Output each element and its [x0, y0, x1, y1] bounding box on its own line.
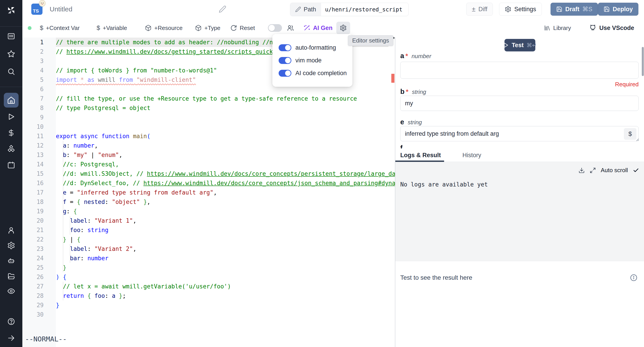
app-switcher-icon[interactable]	[5, 30, 17, 42]
wand-sparkles-icon	[303, 24, 310, 32]
test-panel: Test ⌘↵ a* number Required b* string e s…	[395, 37, 644, 347]
field-input-a[interactable]	[400, 62, 639, 79]
rotate-icon	[230, 24, 237, 31]
code-line[interactable]: a: number,	[56, 141, 388, 150]
code-line[interactable]	[56, 113, 388, 122]
sidebar-item-resources[interactable]	[5, 143, 17, 155]
edit-summary-pencil-icon[interactable]	[219, 5, 226, 13]
dollar-icon: $	[96, 24, 100, 32]
info-icon[interactable]	[630, 274, 638, 282]
expand-icon[interactable]	[590, 167, 596, 174]
library-icon	[544, 24, 550, 31]
sidebar-item-runs[interactable]	[5, 111, 17, 122]
code-line[interactable]: g: {	[56, 206, 388, 216]
windmill-logo-icon[interactable]	[6, 5, 16, 16]
path-label-segment: Path	[290, 3, 321, 16]
play-icon	[503, 42, 509, 48]
field-input-b[interactable]	[400, 96, 639, 111]
settings-button[interactable]: Settings	[499, 3, 542, 16]
use-vscode-button[interactable]: Use VScode	[589, 19, 634, 37]
code-line[interactable]: ) {	[56, 272, 388, 282]
sidebar-item-folders[interactable]	[5, 270, 17, 282]
sidebar-item-home[interactable]	[4, 93, 18, 108]
field-input-e[interactable]	[400, 126, 639, 141]
windmill-script-editor: TS Untitled Path u/henri/restored_script…	[0, 0, 644, 347]
code-line[interactable]: label: "Variant 1",	[56, 216, 388, 225]
resize-handle-icon[interactable]	[635, 137, 639, 141]
no-logs-message: No logs are available yet	[400, 181, 488, 188]
add-variable-button[interactable]: $+Variable	[96, 19, 127, 37]
test-button[interactable]: Test ⌘↵	[504, 39, 535, 52]
result-panel: Test to see the result here	[395, 261, 644, 347]
auto-scroll-label[interactable]: Auto scroll	[601, 167, 628, 174]
add-context-var-button[interactable]: $+Context Var	[40, 19, 80, 37]
setting-ai-code-completion: AI code completion	[278, 70, 352, 77]
sidebar-item-variables[interactable]	[5, 127, 17, 138]
sidebar-item-schedules[interactable]	[5, 159, 17, 171]
reset-button[interactable]: Reset	[230, 19, 255, 37]
top-bar: TS Untitled Path u/henri/restored_script…	[22, 0, 644, 19]
status-dot	[28, 26, 32, 30]
field-label-b: b* string	[400, 88, 426, 96]
add-resource-button[interactable]: +Resource	[145, 19, 182, 37]
sidebar-item-settings[interactable]	[5, 240, 17, 251]
collapse-arrow-icon[interactable]	[5, 332, 17, 344]
search-icon[interactable]	[5, 66, 17, 77]
result-placeholder: Test to see the result here	[400, 274, 472, 281]
code-line[interactable]: //d: DynSelect_foo, // https://www.windm…	[56, 178, 388, 188]
favorites-star-icon[interactable]	[5, 48, 17, 60]
add-type-button[interactable]: +Type	[195, 19, 220, 37]
code-line[interactable]: // let x = await wmill.getVariable('u/us…	[56, 282, 388, 291]
logs-result-tabs: Logs & Result History	[395, 148, 644, 162]
code-line[interactable]: export async function main(	[56, 132, 388, 141]
download-icon[interactable]	[578, 167, 585, 174]
setting-auto-formatting: auto-formatting	[278, 44, 352, 51]
vscode-cat-icon	[589, 24, 596, 32]
code-line[interactable]: foo: string	[56, 225, 388, 235]
toggle-on-switch[interactable]	[278, 44, 291, 51]
insert-variable-dollar-button[interactable]: $	[624, 128, 636, 140]
code-line[interactable]: bar: number	[56, 254, 388, 263]
check-icon[interactable]	[633, 167, 639, 174]
indent-guide	[70, 244, 70, 263]
rail-divider	[0, 87, 22, 87]
toggle-on-switch[interactable]	[278, 57, 291, 64]
code-line[interactable]: b: "my" | "enum",	[56, 150, 388, 160]
test-shortcut: ⌘↵	[526, 42, 537, 48]
path-value: u/henri/restored_script	[321, 3, 408, 16]
gear-icon	[505, 6, 512, 12]
toggle-on-switch[interactable]	[278, 70, 291, 77]
code-line[interactable]: f = { nested: "object" },	[56, 197, 388, 206]
library-button[interactable]: Library	[544, 19, 571, 37]
code-line[interactable]: // type Postgresql = object	[56, 103, 388, 113]
code-line[interactable]: e = "inferred type string from default a…	[56, 188, 388, 197]
editor-settings-gear-button[interactable]	[336, 22, 350, 34]
sidebar-item-users[interactable]	[5, 224, 17, 236]
sidebar-item-audit-eye[interactable]	[5, 285, 17, 297]
sidebar-item-workers-robot[interactable]	[5, 255, 17, 266]
draft-button[interactable]: Draft ⌘S	[550, 3, 598, 16]
code-line[interactable]: // fill the type, or use the +Resource t…	[56, 94, 388, 103]
diff-button[interactable]: ± Diff	[466, 3, 493, 16]
panel-scrollbar-thumb[interactable]	[642, 47, 644, 76]
logs-controls: Auto scroll	[578, 167, 639, 174]
code-line[interactable]: label: "Variant 2",	[56, 244, 388, 254]
help-icon[interactable]	[5, 316, 17, 327]
code-line[interactable]: //c: Postgresql,	[56, 160, 388, 169]
code-line[interactable]	[56, 310, 388, 319]
editor-settings-popup: auto-formatting vim mode AI code complet…	[272, 34, 352, 87]
path-field[interactable]: Path u/henri/restored_script	[290, 3, 408, 16]
code-line[interactable]: }	[56, 263, 388, 272]
code-line[interactable]: return { foo: a };	[56, 291, 388, 300]
setting-vim-mode: vim mode	[278, 57, 352, 64]
code-line[interactable]: //d: wmill.S3Object, // https://www.wind…	[56, 169, 388, 178]
code-line[interactable]: }	[56, 300, 388, 310]
code-line[interactable]	[56, 122, 388, 132]
tab-logs-result[interactable]: Logs & Result	[400, 148, 441, 162]
toggle-off-switch[interactable]	[268, 24, 282, 32]
package-icon	[145, 24, 152, 31]
bun-runtime-icon	[38, 0, 46, 7]
tab-history[interactable]: History	[462, 148, 481, 162]
deploy-button[interactable]: Deploy	[598, 3, 638, 16]
code-line[interactable]: } | {	[56, 235, 388, 244]
